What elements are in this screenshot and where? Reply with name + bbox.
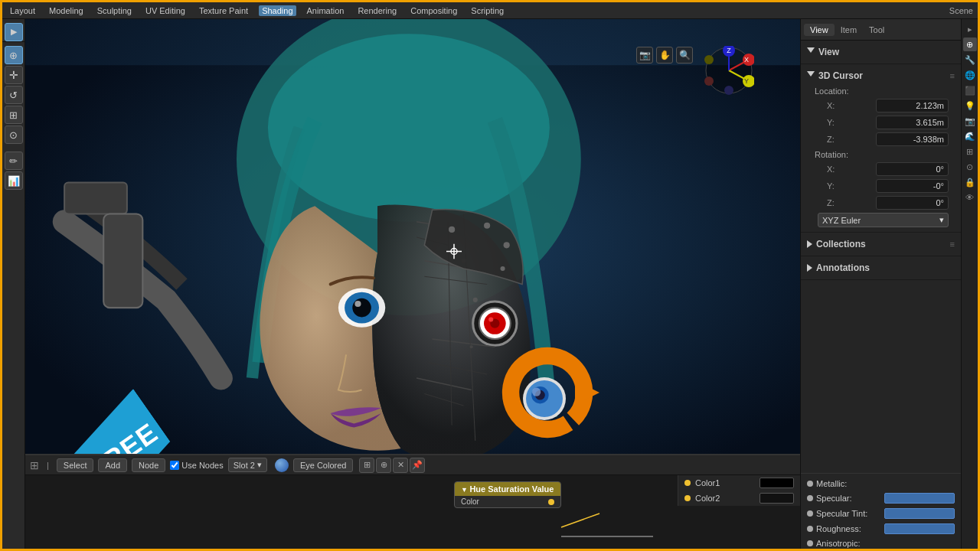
menu-modeling[interactable]: Modeling (46, 5, 87, 16)
slot-dropdown[interactable]: Slot 2 ▾ (228, 458, 267, 472)
strip-icon-12[interactable]: 👁 (963, 191, 977, 204)
svg-point-51 (704, 77, 714, 86)
move-tool-btn[interactable]: ✛ (5, 66, 23, 84)
menu-sculpting[interactable]: Sculpting (94, 5, 135, 16)
rpanel-tab-tool[interactable]: Tool (863, 24, 890, 36)
rotation-mode-dropdown[interactable]: XYZ Euler ▾ (818, 213, 949, 227)
material-copy-btn[interactable]: ⊕ (376, 458, 391, 473)
collections-triangle-icon (807, 240, 812, 248)
left-sidebar: ▶ ⊕ ✛ ↺ ⊞ ⊙ ✏ 📊 (2, 19, 25, 551)
menu-scripting[interactable]: Scripting (468, 5, 507, 16)
svg-text:Y: Y (744, 77, 749, 85)
cursor-tool-btn[interactable]: ⊕ (5, 46, 23, 64)
roughness-bar[interactable] (884, 523, 955, 534)
svg-line-54 (561, 514, 599, 527)
color2-swatch[interactable] (760, 493, 794, 504)
svg-rect-4 (103, 214, 142, 308)
menu-animation[interactable]: Animation (304, 5, 348, 16)
menu-shading[interactable]: Shading (259, 5, 296, 16)
use-nodes-checkbox[interactable] (170, 461, 179, 470)
right-panel: View Item Tool View 3D Cursor ≡ Location… (800, 19, 961, 551)
node-color-output: Color (455, 496, 560, 507)
strip-icon-5[interactable]: ⬛ (963, 83, 977, 97)
node-editor-area[interactable]: Color1 Color2 ▼ Hue Saturation Value (25, 475, 800, 551)
cursor-rz-value[interactable]: 0° (876, 196, 949, 210)
strip-icon-4[interactable]: 🌐 (963, 68, 977, 82)
collections-section-label: Collections (816, 239, 866, 249)
strip-icon-6[interactable]: 💡 (963, 99, 977, 112)
view-section-header[interactable]: View (801, 44, 961, 60)
specular-bar[interactable] (884, 493, 955, 504)
annotate-tool-btn[interactable]: ✏ (5, 152, 23, 170)
scale-tool-btn[interactable]: ⊞ (5, 106, 23, 124)
rpanel-tab-item[interactable]: Item (835, 24, 863, 36)
cursor-z-value[interactable]: -3.938m (876, 132, 949, 146)
rotate-tool-btn[interactable]: ↺ (5, 86, 23, 104)
material-close-btn[interactable]: ✕ (393, 458, 408, 473)
strip-icon-11[interactable]: 🔒 (963, 175, 977, 189)
anisotropic-row: Anisotropic: (801, 536, 961, 550)
strip-icon-8[interactable]: 🌊 (963, 129, 977, 143)
right-panel-tabs: View Item Tool (801, 19, 961, 41)
axis-gizmo[interactable]: X Y Z (704, 46, 754, 96)
menu-rendering[interactable]: Rendering (354, 5, 400, 16)
collections-section-menu[interactable]: ≡ (950, 240, 955, 249)
cursor-section-header[interactable]: 3D Cursor ≡ (801, 67, 961, 84)
menu-texturepaint[interactable]: Texture Paint (196, 5, 251, 16)
strip-icon-1[interactable]: ▸ (963, 22, 977, 36)
annotations-section-header[interactable]: Annotations (801, 259, 961, 276)
material-name-btn[interactable]: Eye Colored (293, 458, 354, 472)
cursor-rz-row: Z: 0° (812, 194, 955, 211)
hue-saturation-node[interactable]: ▼ Hue Saturation Value Color (454, 481, 561, 508)
specular-row: Specular: (801, 491, 961, 506)
transform-tool-btn[interactable]: ⊙ (5, 126, 23, 144)
specular-tint-label: Specular Tint: (816, 509, 881, 518)
cursor-section-label: 3D Cursor (818, 70, 863, 81)
search-viewport-btn[interactable]: 🔍 (676, 47, 693, 64)
strip-icon-9[interactable]: ⊞ (963, 145, 977, 158)
color2-row: Color2 (678, 491, 800, 506)
svg-text:Z: Z (727, 47, 731, 54)
cursor-ry-row: Y: -0° (812, 178, 955, 194)
cursor-rx-value[interactable]: 0° (876, 162, 949, 176)
camera-btn[interactable]: 📷 (636, 47, 653, 64)
anisotropic-dot (807, 540, 813, 546)
right-icon-strip: ▸ ⊕ 🔧 🌐 ⬛ 💡 📷 🌊 ⊞ ⊙ 🔒 👁 (961, 19, 978, 551)
cursor-y-value[interactable]: 3.615m (876, 116, 949, 129)
cursor-y-label: Y: (827, 118, 873, 127)
svg-point-26 (473, 298, 478, 302)
menu-uvediting[interactable]: UV Editing (142, 5, 188, 16)
location-label: Location: (812, 86, 955, 97)
menu-compositing[interactable]: Compositing (407, 5, 460, 16)
material-pin-btn[interactable]: 📌 (410, 458, 425, 473)
cursor-section-menu[interactable]: ≡ (950, 71, 955, 80)
color-inputs-panel: Color1 Color2 (678, 475, 800, 506)
material-browse-btn[interactable]: ⊞ (359, 458, 374, 473)
strip-icon-3[interactable]: 🔧 (963, 53, 977, 67)
rpanel-tab-view[interactable]: View (804, 24, 835, 36)
hand-btn[interactable]: ✋ (656, 47, 673, 64)
color1-row: Color1 (678, 475, 800, 491)
strip-icon-2[interactable]: ⊕ (963, 37, 977, 51)
anisotropic-label: Anisotropic: (816, 539, 881, 548)
metallic-dot (807, 481, 813, 487)
node-select-btn[interactable]: Select (57, 458, 94, 472)
cursor-rx-row: X: 0° (812, 161, 955, 178)
viewport[interactable]: Object Mode ▾ View Select Add Object ⊕ G… (25, 19, 800, 551)
cursor-x-value[interactable]: 2.123m (876, 99, 949, 112)
collections-section-header[interactable]: Collections ≡ (801, 236, 961, 253)
specular-tint-bar[interactable] (884, 508, 955, 519)
location-group: Location: X: 2.123m Y: 3.615m Z: -3.938m… (801, 84, 961, 229)
node-editor-toolbar: ⊞ | Select Add Node Use Nodes Slot 2 ▾ E… (25, 455, 800, 475)
collections-section: Collections ≡ (801, 233, 961, 256)
strip-icon-7[interactable]: 📷 (963, 114, 977, 128)
color-output-dot[interactable] (548, 499, 554, 505)
cursor-ry-value[interactable]: -0° (876, 179, 949, 193)
measure-tool-btn[interactable]: 📊 (5, 171, 23, 190)
select-tool-btn[interactable]: ▶ (5, 23, 23, 41)
node-add-btn[interactable]: Add (98, 458, 127, 472)
node-node-btn[interactable]: Node (132, 458, 165, 472)
menu-layout[interactable]: Layout (7, 5, 38, 16)
strip-icon-10[interactable]: ⊙ (963, 160, 977, 174)
color1-swatch[interactable] (760, 478, 794, 488)
